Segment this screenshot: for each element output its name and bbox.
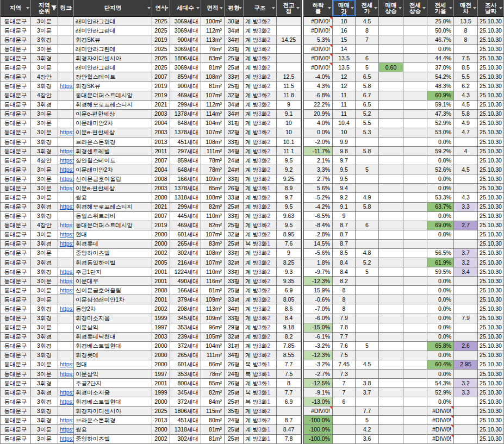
cell-area[interactable]: 113m² bbox=[201, 35, 225, 45]
cell-link[interactable]: https: bbox=[58, 221, 74, 230]
cell-jeonse[interactable]: 5.3 bbox=[356, 128, 379, 137]
cell-rank[interactable]: 4장안 bbox=[31, 156, 58, 165]
cell-year[interactable]: 2013 bbox=[152, 137, 170, 147]
cell-srise[interactable] bbox=[379, 407, 403, 416]
column-header-py[interactable]: 평형 bbox=[225, 0, 244, 17]
cell-link[interactable]: https: bbox=[58, 286, 74, 295]
cell-date[interactable]: 25.10.30 bbox=[478, 286, 504, 295]
cell-hh[interactable]: 490세대 bbox=[170, 277, 201, 286]
cell-jrise[interactable] bbox=[403, 304, 427, 314]
cell-year[interactable]: 2003 bbox=[152, 110, 170, 119]
cell-jeonse[interactable] bbox=[356, 240, 379, 249]
cell-srise[interactable] bbox=[379, 230, 403, 240]
cell-name[interactable]: 휘경SK뷰 bbox=[74, 82, 152, 91]
cell-area[interactable]: 113m² bbox=[201, 304, 225, 314]
cell-date[interactable]: 25.10.30 bbox=[478, 72, 504, 82]
cell-name[interactable]: 휘경미소지움 bbox=[74, 314, 152, 323]
cell-dec[interactable]: 2.1% bbox=[304, 156, 333, 165]
cell-region[interactable]: 동대문구 bbox=[1, 314, 31, 323]
cell-sale[interactable]: 7 bbox=[333, 379, 356, 388]
cell-srise[interactable] bbox=[379, 342, 403, 351]
complex-link[interactable]: https: bbox=[60, 286, 74, 295]
cell-jrise[interactable] bbox=[403, 379, 427, 388]
cell-year[interactable]: 2021 bbox=[152, 101, 170, 110]
cell-st[interactable]: 계 방3화2 bbox=[244, 212, 277, 221]
cell-link[interactable] bbox=[58, 342, 74, 351]
cell-jrise[interactable] bbox=[403, 203, 427, 212]
cell-gap[interactable] bbox=[454, 174, 478, 184]
cell-dec[interactable]: 1.8% bbox=[304, 258, 333, 267]
cell-hh[interactable]: 265세대 bbox=[170, 240, 201, 249]
cell-ratio[interactable]: 0.0% bbox=[427, 137, 454, 147]
cell-hh[interactable]: 239세대 bbox=[170, 333, 201, 342]
cell-region[interactable]: 동대문구 bbox=[1, 425, 31, 434]
cell-name[interactable]: 브라운스톤휘경 bbox=[74, 137, 152, 147]
cell-hh[interactable]: 297세대 bbox=[170, 147, 201, 156]
cell-date[interactable]: 25.10.30 bbox=[478, 212, 504, 221]
cell-gap[interactable] bbox=[454, 295, 478, 304]
cell-ratio[interactable]: 0.0% bbox=[427, 230, 454, 240]
cell-dec[interactable]: #DIV/0! bbox=[304, 407, 333, 416]
cell-dec[interactable]: -6.8% bbox=[304, 91, 333, 101]
cell-area[interactable]: 107m² bbox=[201, 91, 225, 101]
cell-rank[interactable]: 3휘경 bbox=[31, 304, 58, 314]
cell-jrise[interactable] bbox=[403, 249, 427, 258]
filter-dropdown-icon[interactable] bbox=[499, 7, 502, 11]
cell-prev[interactable]: 8.05 bbox=[277, 295, 301, 304]
cell-date[interactable]: 25.10.30 bbox=[478, 101, 504, 110]
cell-jeonse[interactable]: 5.8 bbox=[356, 82, 379, 91]
cell-hh[interactable]: 353세대 bbox=[170, 323, 201, 333]
cell-hh[interactable]: 1378세대 bbox=[170, 184, 201, 193]
cell-link[interactable] bbox=[58, 249, 74, 258]
cell-st[interactable]: 계 방3화2 bbox=[244, 286, 277, 295]
cell-py[interactable]: 23평 bbox=[225, 45, 244, 54]
cell-region[interactable]: 동대문구 bbox=[1, 91, 31, 101]
column-header-sale[interactable]: 매매가 bbox=[333, 0, 356, 17]
cell-hh[interactable]: 216세대 bbox=[170, 258, 201, 267]
cell-hh[interactable]: 166세대 bbox=[170, 286, 201, 295]
cell-rank[interactable]: 3휘경 bbox=[31, 314, 58, 323]
cell-link[interactable]: https: bbox=[58, 416, 74, 425]
complex-link[interactable]: https: bbox=[60, 389, 74, 397]
cell-link[interactable] bbox=[58, 17, 74, 26]
cell-dec[interactable]: -3.2% bbox=[304, 342, 333, 351]
cell-dec[interactable]: #DIV/0! bbox=[304, 17, 333, 26]
cell-st[interactable]: 계 방3화2 bbox=[244, 258, 277, 267]
selection-handle[interactable] bbox=[341, 13, 346, 17]
cell-prev[interactable]: 9.5 bbox=[277, 221, 301, 230]
cell-dec[interactable]: -15.0% bbox=[304, 323, 333, 333]
cell-dec[interactable]: 22.2% bbox=[304, 101, 333, 110]
column-header-year[interactable]: 연식 bbox=[152, 0, 170, 17]
cell-jrise[interactable] bbox=[403, 82, 427, 91]
cell-py[interactable]: 24평 bbox=[225, 156, 244, 165]
cell-rank[interactable]: 3이문 bbox=[31, 360, 58, 370]
cell-hh[interactable]: 372세대 bbox=[170, 342, 201, 351]
cell-py[interactable]: 25평 bbox=[225, 286, 244, 295]
complex-link[interactable]: https: bbox=[60, 157, 74, 165]
column-header-link[interactable]: 링크 bbox=[58, 0, 74, 17]
cell-hh[interactable]: 451세대 bbox=[170, 416, 201, 425]
cell-prev[interactable]: 9.3 bbox=[277, 267, 301, 277]
cell-jeonse[interactable]: 3.6 bbox=[356, 435, 379, 444]
cell-jeonse[interactable]: 4.2 bbox=[356, 425, 379, 434]
cell-dec[interactable]: #DIV/0! bbox=[304, 26, 333, 35]
filter-dropdown-icon[interactable] bbox=[351, 7, 354, 11]
cell-gap[interactable] bbox=[454, 351, 478, 360]
cell-year[interactable]: 2004 bbox=[152, 119, 170, 128]
cell-prev[interactable]: 6.9 bbox=[277, 397, 301, 407]
cell-rank[interactable]: 3이문 bbox=[31, 295, 58, 304]
cell-year[interactable]: 2025 bbox=[152, 63, 170, 72]
cell-prev[interactable]: 11.5 bbox=[277, 82, 301, 91]
cell-region[interactable]: 동대문구 bbox=[1, 147, 31, 156]
cell-rank[interactable]: 3이문 bbox=[31, 425, 58, 434]
cell-year[interactable]: 2000 bbox=[152, 342, 170, 351]
cell-link[interactable]: https: bbox=[58, 184, 74, 193]
cell-date[interactable]: 25.10.30 bbox=[478, 174, 504, 184]
cell-st[interactable]: 계 방3화2 bbox=[244, 304, 277, 314]
cell-st[interactable]: 계 방3화2 bbox=[244, 72, 277, 82]
cell-name[interactable]: 휘경자이디센시아 bbox=[74, 407, 152, 416]
cell-py[interactable]: 34평 bbox=[225, 304, 244, 314]
cell-sale[interactable]: 6 bbox=[333, 397, 356, 407]
cell-jeonse[interactable] bbox=[356, 397, 379, 407]
cell-st[interactable]: 계 방3화2 bbox=[244, 101, 277, 110]
